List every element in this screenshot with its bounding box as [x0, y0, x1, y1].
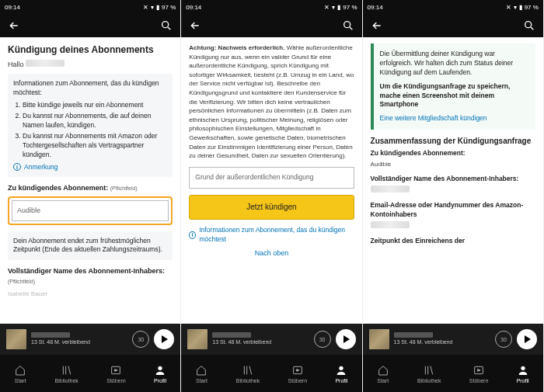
time-remaining: 13 St. 48 M. verbleibend: [31, 339, 127, 345]
status-bar: 09:14 ✕ ▾ ▮ 97 %: [0, 0, 180, 14]
status-bar: 09:14 ✕▾▮97 %: [363, 0, 543, 14]
info-item: Du kannst nur Abonnements, die auf deine…: [23, 112, 167, 130]
mini-player[interactable]: 13 St. 48 M. verbleibend 30: [0, 324, 180, 355]
success-box: Die Übermittlung deiner Kündigung war er…: [371, 43, 535, 130]
play-button[interactable]: [517, 329, 537, 349]
play-button[interactable]: [336, 329, 356, 349]
mini-player[interactable]: 13 St. 48 M. verbleibend 30: [363, 324, 543, 355]
screen-confirm-cancel: 09:14 ✕▾▮97 % Achtung: Nachweis erforder…: [181, 0, 362, 392]
rewind-button[interactable]: 30: [132, 331, 149, 348]
owner-label: Vollständiger Name des Abonnement-Inhabe…: [8, 266, 173, 286]
summary-email: Email-Adresse oder Handynummer des Amazo…: [371, 201, 535, 231]
greeting-line: Hallo: [8, 60, 173, 70]
svg-point-6: [525, 22, 532, 28]
nav-profile[interactable]: Profil: [335, 364, 347, 383]
play-icon: [162, 335, 168, 343]
owner-blurred: [371, 186, 410, 193]
nav-browse[interactable]: Stöbern: [288, 364, 308, 383]
owner-value: Isabelle Bauer: [8, 290, 173, 298]
svg-point-0: [162, 22, 169, 28]
page-title: Kündigung deines Abonnements: [8, 43, 173, 57]
rewind-button[interactable]: 30: [314, 331, 331, 348]
nav-bar: Start Bibliothek Stöbern Profil: [181, 355, 361, 392]
nav-start[interactable]: Start: [195, 364, 207, 383]
summary-timestamp: Zeitpunkt des Einreichens der: [371, 237, 535, 246]
status-bar: 09:14 ✕▾▮97 %: [181, 0, 361, 14]
nav-browse[interactable]: Stöbern: [469, 364, 489, 383]
end-date-hint: Dein Abonnement endet zum frühestmöglich…: [8, 231, 173, 261]
search-icon[interactable]: [342, 19, 354, 32]
nav-library[interactable]: Bibliothek: [417, 364, 441, 383]
search-icon[interactable]: [160, 19, 173, 32]
svg-point-5: [340, 366, 343, 369]
app-bar: [181, 14, 361, 37]
rewind-button[interactable]: 30: [495, 331, 512, 348]
screenshot-hint: Um die Kündigungsanfrage zu speichern, m…: [380, 82, 529, 110]
vibrate-icon: ✕: [143, 4, 148, 11]
info-link[interactable]: iInformationen zum Abonnement, das du kü…: [189, 226, 354, 245]
info-head: Informationen zum Abonnement, das du kün…: [13, 79, 167, 98]
signal-icon: ▮: [156, 4, 159, 11]
content-area: Achtung: Nachweis erforderlich. Wähle au…: [181, 37, 361, 324]
info-box: Informationen zum Abonnement, das du kün…: [8, 74, 173, 177]
success-message: Die Übermittlung deiner Kündigung war er…: [380, 50, 529, 78]
battery-text: 97 %: [162, 4, 176, 11]
cover-thumbnail[interactable]: [369, 329, 389, 349]
warning-text: Achtung: Nachweis erforderlich. Wähle au…: [189, 43, 354, 161]
cover-thumbnail[interactable]: [187, 329, 207, 349]
info-item: Bitte kündige jeweils nur ein Abonnement: [23, 101, 167, 110]
nav-start[interactable]: Start: [377, 364, 389, 383]
nav-bar: Start Bibliothek Stöbern Profil: [363, 355, 543, 392]
app-bar: [0, 14, 180, 37]
reason-input[interactable]: Grund der außerordentlichen Kündigung: [189, 167, 354, 189]
subscription-field-highlight: Audible: [8, 196, 173, 225]
back-icon[interactable]: [189, 19, 201, 32]
svg-point-3: [343, 22, 350, 28]
nav-bar: Start Bibliothek Stöbern Profil: [0, 355, 180, 392]
info-icon: i: [189, 231, 196, 239]
nav-profile[interactable]: Profil: [154, 364, 166, 383]
svg-point-8: [521, 366, 525, 369]
nav-profile[interactable]: Profil: [517, 364, 529, 383]
svg-point-2: [158, 366, 162, 369]
app-bar: [363, 14, 543, 37]
back-icon[interactable]: [8, 19, 20, 32]
cover-thumbnail[interactable]: [6, 329, 26, 349]
screen-cancellation-form: 09:14 ✕ ▾ ▮ 97 % Kündigung deines Abonne…: [0, 0, 181, 392]
status-time: 09:14: [5, 4, 20, 11]
cancel-now-button[interactable]: Jetzt kündigen: [189, 195, 354, 220]
summary-title: Zusammenfassung der Kündigungsanfrage: [371, 136, 535, 147]
play-button[interactable]: [154, 329, 174, 349]
content-area: Kündigung deines Abonnements Hallo Infor…: [0, 37, 180, 324]
cancel-another-link[interactable]: Eine weitere Mitgliedschaft kündigen: [380, 114, 529, 123]
content-area: Die Übermittlung deiner Kündigung war er…: [363, 37, 543, 324]
nav-browse[interactable]: Stöbern: [106, 364, 126, 383]
info-icon: i: [13, 163, 21, 171]
summary-subscription: Zu kündigendes Abonnement:Audible: [371, 149, 535, 168]
nav-start[interactable]: Start: [14, 364, 26, 383]
info-item: Du kannst nur Abonnements mit Amazon ode…: [23, 132, 167, 160]
user-name-blurred: [26, 60, 65, 67]
back-to-top-link[interactable]: Nach oben: [189, 248, 354, 258]
subscription-input[interactable]: Audible: [12, 200, 169, 221]
back-icon[interactable]: [371, 19, 383, 32]
nav-library[interactable]: Bibliothek: [236, 364, 260, 383]
status-right: ✕ ▾ ▮ 97 %: [143, 4, 176, 11]
status-time: 09:14: [186, 4, 201, 11]
field-label: Zu kündigendes Abonnement: (Pflichtfeld): [8, 183, 173, 193]
wifi-icon: ▾: [151, 4, 154, 11]
screen-cancellation-success: 09:14 ✕▾▮97 % Die Übermittlung deiner Kü…: [363, 0, 544, 392]
summary-owner: Vollständiger Name des Abonnement-Inhabe…: [371, 175, 535, 195]
track-title-blurred: [31, 332, 70, 338]
search-icon[interactable]: [523, 19, 535, 32]
email-blurred: [371, 221, 410, 228]
status-time: 09:14: [368, 4, 383, 11]
mini-player[interactable]: 13 St. 48 M. verbleibend 30: [181, 324, 361, 355]
player-text: 13 St. 48 M. verbleibend: [31, 332, 127, 345]
note-link[interactable]: iAnmerkung: [13, 163, 167, 172]
nav-library[interactable]: Bibliothek: [55, 364, 78, 383]
